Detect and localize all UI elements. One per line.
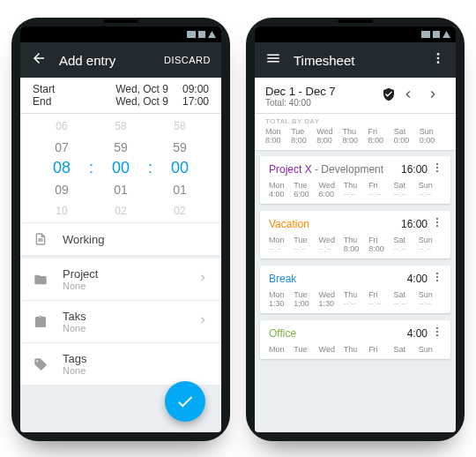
project-total: 16:00 <box>401 163 428 176</box>
start-label: Start <box>33 83 115 95</box>
tag-icon <box>33 357 48 371</box>
svg-rect-1 <box>198 31 205 38</box>
day-col: Mon8:00 <box>265 127 291 145</box>
svg-rect-4 <box>433 31 440 38</box>
svg-point-16 <box>436 276 438 278</box>
svg-rect-0 <box>187 31 196 38</box>
project-card[interactable]: Project X - Development16:00Mon4:00Tue6:… <box>260 156 450 204</box>
svg-point-9 <box>436 163 438 165</box>
svg-point-14 <box>436 225 438 227</box>
minute-wheel[interactable]: 58 59 00 01 02 <box>99 116 143 221</box>
folder-icon <box>33 273 48 287</box>
svg-point-6 <box>437 53 440 56</box>
range-header: Dec 1 - Dec 7 Total: 40:00 <box>255 78 456 114</box>
project-card[interactable]: Office4:00MonTueWedThuFriSatSun <box>260 320 450 359</box>
total-by-day-label: TOTAL BY DAY <box>265 117 445 125</box>
tags-label: Tags <box>63 352 209 365</box>
start-end-block[interactable]: Start Wed, Oct 9 09:00 End Wed, Oct 9 17… <box>20 78 221 113</box>
status-bar <box>255 26 456 42</box>
svg-point-18 <box>436 327 438 329</box>
project-value: None <box>63 281 182 291</box>
svg-marker-5 <box>443 31 450 38</box>
svg-point-7 <box>437 57 440 60</box>
project-name: Vacation <box>269 218 401 230</box>
svg-point-19 <box>436 331 438 333</box>
card-overflow-button[interactable] <box>431 161 443 177</box>
svg-point-8 <box>437 61 440 64</box>
next-week-button[interactable] <box>420 87 445 105</box>
project-cards: Project X - Development16:00Mon4:00Tue6:… <box>255 151 456 371</box>
app-bar: Add entry DISCARD <box>20 42 221 78</box>
project-card[interactable]: Break4:00Mon1:30Tue1:00Wed1:30Thu--:--Fr… <box>260 266 450 313</box>
start-date: Wed, Oct 9 <box>115 83 168 95</box>
svg-rect-3 <box>421 31 430 38</box>
entry-options: Working Project None Taks <box>20 222 221 385</box>
confirm-fab[interactable] <box>165 381 205 422</box>
chevron-right-icon <box>197 272 209 288</box>
day-col: Sat0:00 <box>394 127 420 145</box>
svg-point-15 <box>436 273 438 274</box>
day-totals-row: Mon8:00Tue8:00Wed8:00Thu8:00Fri8:00Sat0:… <box>265 127 445 145</box>
project-card[interactable]: Vacation16:00Mon--:--Tue--:--Wed--:--Thu… <box>260 211 450 258</box>
task-row[interactable]: Taks None <box>20 300 221 342</box>
screen-timesheet: Timesheet Dec 1 - Dec 7 Total: 40:00 TOT… <box>255 26 456 432</box>
approved-badge-icon[interactable] <box>382 87 396 105</box>
date-range: Dec 1 - Dec 7 <box>265 85 382 98</box>
end-date: Wed, Oct 9 <box>115 95 168 108</box>
project-row[interactable]: Project None <box>20 255 221 300</box>
back-button[interactable] <box>31 50 47 70</box>
chevron-right-icon <box>197 314 209 330</box>
svg-point-20 <box>436 334 438 336</box>
card-overflow-button[interactable] <box>431 216 443 232</box>
card-overflow-button[interactable] <box>431 271 443 287</box>
svg-marker-2 <box>208 31 216 38</box>
page-title: Add entry <box>59 53 152 68</box>
day-col: Sun0:00 <box>420 127 445 145</box>
project-name: Project X - Development <box>269 163 401 176</box>
project-name: Break <box>269 273 407 285</box>
check-icon <box>175 392 195 411</box>
status-square-icon <box>198 31 205 38</box>
day-col: Thu8:00 <box>342 127 368 145</box>
svg-point-17 <box>436 280 438 281</box>
end-label: End <box>33 95 115 108</box>
task-value: None <box>63 323 182 333</box>
task-label: Taks <box>63 310 182 323</box>
status-rect-icon <box>421 31 430 38</box>
day-col: Fri8:00 <box>368 127 394 145</box>
project-total: 4:00 <box>407 327 428 340</box>
day-totals-header: TOTAL BY DAY Mon8:00Tue8:00Wed8:00Thu8:0… <box>255 114 456 151</box>
note-icon <box>33 232 48 246</box>
phone-right: Timesheet Dec 1 - Dec 7 Total: 40:00 TOT… <box>246 18 465 441</box>
card-overflow-button[interactable] <box>431 326 443 341</box>
status-rect-icon <box>187 31 196 38</box>
tags-row[interactable]: Tags None <box>20 342 221 385</box>
prev-week-button[interactable] <box>396 87 420 105</box>
svg-point-10 <box>436 167 438 169</box>
hour-wheel[interactable]: 06 07 08 09 10 <box>40 116 84 221</box>
svg-point-12 <box>436 218 438 220</box>
status-triangle-icon <box>443 31 450 38</box>
total-label: Total: 40:00 <box>265 98 382 108</box>
second-wheel[interactable]: 58 59 00 01 02 <box>158 116 202 221</box>
menu-button[interactable] <box>265 50 281 70</box>
status-square-icon <box>433 31 440 38</box>
overflow-button[interactable] <box>431 51 445 69</box>
phone-left: Add entry DISCARD Start Wed, Oct 9 09:00… <box>11 18 230 441</box>
end-time: 17:00 <box>182 95 209 108</box>
time-picker[interactable]: 06 07 08 09 10 : 58 59 00 01 02 : 58 59 … <box>20 113 221 222</box>
working-row[interactable]: Working <box>20 222 221 255</box>
discard-button[interactable]: DISCARD <box>164 55 211 65</box>
start-time: 09:00 <box>182 83 209 95</box>
svg-point-13 <box>436 221 438 223</box>
project-name: Office <box>269 327 407 340</box>
project-total: 4:00 <box>407 273 428 285</box>
project-total: 16:00 <box>401 218 428 230</box>
day-col: Tue8:00 <box>291 127 316 145</box>
tags-value: None <box>63 365 209 376</box>
project-label: Project <box>63 267 182 281</box>
day-col: Wed8:00 <box>316 127 342 145</box>
page-title: Timesheet <box>294 53 419 68</box>
status-bar <box>20 26 221 42</box>
clipboard-icon <box>33 315 48 329</box>
